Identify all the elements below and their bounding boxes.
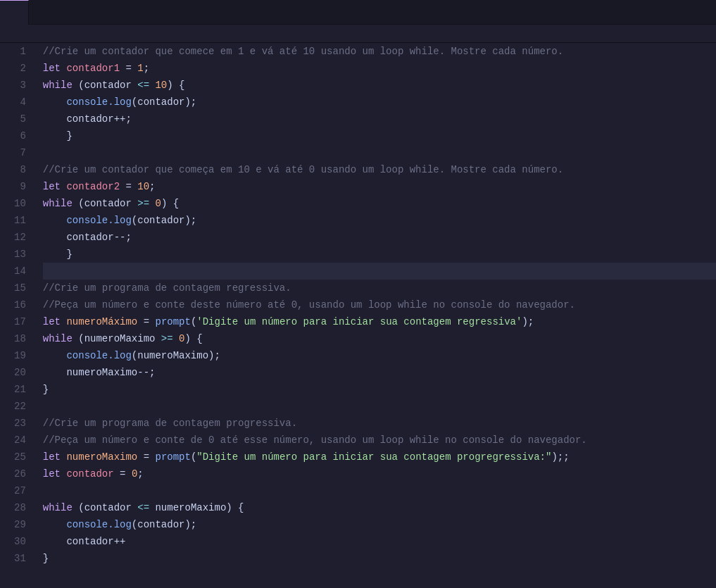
line-number: 16: [14, 296, 26, 313]
line-number: 6: [14, 127, 26, 144]
line-number: 25: [14, 449, 26, 465]
line-number: 12: [14, 229, 26, 246]
code-line: while (contador <= numeroMaximo) {: [43, 499, 716, 516]
code-line: console.log(contador);: [43, 94, 716, 111]
line-number: 11: [14, 212, 26, 229]
line-number: 28: [14, 499, 26, 516]
line-number: 23: [14, 415, 26, 432]
code-line: //Crie um contador que comece em 1 e vá …: [43, 43, 716, 60]
code-line: let numeroMáximo = prompt('Digite um núm…: [43, 313, 716, 330]
line-number: 4: [14, 94, 26, 111]
line-number: 14: [14, 263, 26, 280]
line-number: 2: [14, 60, 26, 77]
code-line: //Peça um número e conte de 0 até esse n…: [43, 432, 716, 449]
code-line: while (contador >= 0) {: [43, 195, 716, 212]
code-line: [43, 482, 716, 499]
code-line: numeroMaximo--;: [43, 364, 716, 381]
code-line: [43, 398, 716, 415]
line-number: 31: [14, 550, 26, 567]
code-line: while (contador <= 10) {: [43, 77, 716, 94]
code-line: let contador1 = 1;: [43, 60, 716, 77]
line-number: 10: [14, 195, 26, 212]
line-number: 22: [14, 398, 26, 415]
code-line: contador++: [43, 533, 716, 550]
code-line: let numeroMaximo = prompt("Digite um núm…: [43, 449, 716, 465]
line-number: 19: [14, 347, 26, 364]
code-line: }: [43, 550, 716, 567]
line-number: 30: [14, 533, 26, 550]
code-line: //Crie um contador que começa em 10 e vá…: [43, 161, 716, 178]
code-line: console.log(contador);: [43, 516, 716, 533]
line-number: 9: [14, 178, 26, 195]
line-number: 20: [14, 364, 26, 381]
code-line: [43, 263, 716, 280]
code-line: let contador2 = 10;: [43, 178, 716, 195]
line-number: 7: [14, 144, 26, 161]
line-number: 8: [14, 161, 26, 178]
tab-app-js[interactable]: [0, 0, 29, 25]
code-line: console.log(numeroMaximo);: [43, 347, 716, 364]
code-line: //Crie um programa de contagem regressiv…: [43, 280, 716, 296]
line-number: 5: [14, 111, 26, 127]
line-number: 1: [14, 43, 26, 60]
code-line: [43, 144, 716, 161]
line-number: 15: [14, 280, 26, 296]
line-number: 24: [14, 432, 26, 449]
breadcrumb-bar: [0, 25, 716, 43]
code-line: }: [43, 246, 716, 263]
line-number: 17: [14, 313, 26, 330]
code-line: let contador = 0;: [43, 465, 716, 482]
line-number: 18: [14, 330, 26, 347]
code-line: contador--;: [43, 229, 716, 246]
line-number: 3: [14, 77, 26, 94]
line-number: 29: [14, 516, 26, 533]
code-line: console.log(contador);: [43, 212, 716, 229]
line-number: 13: [14, 246, 26, 263]
code-line: contador++;: [43, 111, 716, 127]
line-number: 21: [14, 381, 26, 398]
tab-bar: [0, 0, 716, 25]
line-numbers: 1234567891011121314151617181920212223242…: [0, 43, 37, 588]
code-line: }: [43, 381, 716, 398]
code-line: }: [43, 127, 716, 144]
editor-area: 1234567891011121314151617181920212223242…: [0, 43, 716, 588]
code-line: while (numeroMaximo >= 0) {: [43, 330, 716, 347]
code-content[interactable]: //Crie um contador que comece em 1 e vá …: [37, 43, 716, 588]
line-number: 26: [14, 465, 26, 482]
line-number: 27: [14, 482, 26, 499]
code-line: //Crie um programa de contagem progressi…: [43, 415, 716, 432]
code-line: //Peça um número e conte deste número at…: [43, 296, 716, 313]
